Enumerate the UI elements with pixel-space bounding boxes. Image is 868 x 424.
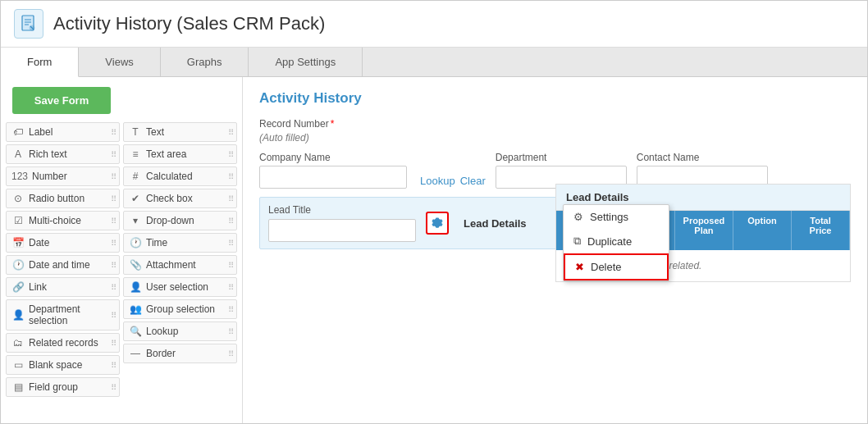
save-form-button[interactable]: Save Form xyxy=(12,87,111,114)
blank-icon: ▭ xyxy=(11,359,25,371)
drag-handle: ⠿ xyxy=(111,261,116,270)
tab-form[interactable]: Form xyxy=(1,48,79,77)
multi-choice-icon: ☑ xyxy=(11,215,25,226)
field-item-time[interactable]: 🕐 Time ⠿ xyxy=(123,233,237,253)
company-name-group: Company Name xyxy=(259,152,407,189)
number-icon: 123 xyxy=(11,171,28,182)
drag-handle: ⠿ xyxy=(111,311,116,320)
field-item-multi-choice[interactable]: ☑ Multi-choice ⠿ xyxy=(6,211,120,230)
label-icon: 🏷 xyxy=(11,126,25,138)
context-menu: ⚙ Settings ⧉ Duplicate ✖ Delete xyxy=(563,204,669,281)
drag-handle: ⠿ xyxy=(228,194,234,203)
duplicate-icon: ⧉ xyxy=(573,235,581,248)
record-number-label: Record Number* xyxy=(259,118,851,130)
textarea-icon: ≡ xyxy=(129,148,142,160)
dept-icon: 👤 xyxy=(11,309,25,321)
drag-handle: ⠿ xyxy=(111,361,116,370)
company-name-input[interactable] xyxy=(259,166,407,189)
time-icon: 🕐 xyxy=(129,237,142,248)
field-item-radio-button[interactable]: ⊙ Radio button ⠿ xyxy=(6,189,120,208)
rich-text-icon: A xyxy=(11,148,25,160)
date-icon: 📅 xyxy=(11,237,25,248)
tabs-bar: Form Views Graphs App Settings xyxy=(1,48,867,77)
menu-item-duplicate[interactable]: ⧉ Duplicate xyxy=(564,229,669,253)
field-item-date[interactable]: 📅 Date ⠿ xyxy=(6,233,120,253)
lookup-icon: 🔍 xyxy=(129,326,142,337)
required-star: * xyxy=(331,118,335,130)
text-icon: T xyxy=(129,126,142,138)
drag-handle: ⠿ xyxy=(228,172,234,181)
tab-app-settings[interactable]: App Settings xyxy=(249,48,363,76)
lookup-button[interactable]: Lookup xyxy=(420,175,455,187)
svg-point-4 xyxy=(30,25,34,30)
settings-icon: ⚙ xyxy=(573,211,583,223)
related-icon: 🗂 xyxy=(11,337,25,349)
field-item-dept-selection[interactable]: 👤 Department selection ⠿ xyxy=(6,299,120,331)
form-title: Activity History xyxy=(259,90,851,107)
field-item-checkbox[interactable]: ✔ Check box ⠿ xyxy=(123,189,237,208)
tab-views[interactable]: Views xyxy=(79,48,160,76)
lead-title-group: Lead Title xyxy=(268,204,416,242)
drag-handle: ⠿ xyxy=(111,150,116,159)
drag-handle: ⠿ xyxy=(228,261,234,270)
col-option: Option xyxy=(733,211,792,250)
drag-handle: ⠿ xyxy=(111,383,116,392)
attachment-icon: 📎 xyxy=(129,259,142,271)
field-item-group-selection[interactable]: 👥 Group selection ⠿ xyxy=(123,299,237,319)
field-item-link[interactable]: 🔗 Link ⠿ xyxy=(6,277,120,297)
field-col-1: 🏷 Label ⠿ A Rich text ⠿ 123 Number xyxy=(6,122,120,399)
fieldgroup-icon: ▤ xyxy=(11,381,25,393)
main-content: Save Form 🏷 Label ⠿ A Rich text ⠿ xyxy=(1,77,867,423)
lookup-clear-group: Lookup Clear xyxy=(420,175,486,187)
field-item-border[interactable]: — Border ⠿ xyxy=(123,344,237,363)
checkbox-icon: ✔ xyxy=(129,193,142,204)
drag-handle: ⠿ xyxy=(228,327,234,336)
drag-handle: ⠿ xyxy=(111,283,116,292)
field-item-user-selection[interactable]: 👤 User selection ⠿ xyxy=(123,277,237,297)
border-icon: — xyxy=(129,348,142,359)
clear-button[interactable]: Clear xyxy=(460,175,486,187)
group-icon: 👥 xyxy=(129,303,142,315)
drag-handle: ⠿ xyxy=(228,128,234,137)
app-header: Activity History (Sales CRM Pack) xyxy=(1,1,867,48)
field-item-blank-space[interactable]: ▭ Blank space ⠿ xyxy=(6,355,120,375)
link-icon: 🔗 xyxy=(11,281,25,293)
tab-graphs[interactable]: Graphs xyxy=(161,48,249,76)
field-item-rich-text[interactable]: A Rich text ⠿ xyxy=(6,144,120,164)
drag-handle: ⠿ xyxy=(228,150,234,159)
field-item-date-time[interactable]: 🕐 Date and time ⠿ xyxy=(6,255,120,275)
field-item-dropdown[interactable]: ▾ Drop-down ⠿ xyxy=(123,211,237,230)
menu-item-settings[interactable]: ⚙ Settings xyxy=(564,205,669,229)
lead-title-label: Lead Title xyxy=(268,204,416,216)
field-item-attachment[interactable]: 📎 Attachment ⠿ xyxy=(123,255,237,275)
page-title: Activity History (Sales CRM Pack) xyxy=(53,13,325,34)
drag-handle: ⠿ xyxy=(111,339,116,348)
gear-button[interactable] xyxy=(426,212,449,235)
drag-handle: ⠿ xyxy=(228,305,234,314)
col-total-price: Total Price xyxy=(792,211,850,250)
field-item-number[interactable]: 123 Number ⠿ xyxy=(6,166,120,186)
delete-icon: ✖ xyxy=(575,261,584,273)
field-item-label[interactable]: 🏷 Label ⠿ xyxy=(6,122,120,142)
field-item-field-group[interactable]: ▤ Field group ⠿ xyxy=(6,377,120,397)
field-item-lookup[interactable]: 🔍 Lookup ⠿ xyxy=(123,321,237,341)
drag-handle: ⠿ xyxy=(111,172,116,181)
drag-handle: ⠿ xyxy=(228,217,234,226)
field-item-related-records[interactable]: 🗂 Related records ⠿ xyxy=(6,333,120,353)
department-label: Department xyxy=(496,152,627,163)
menu-item-delete[interactable]: ✖ Delete xyxy=(564,253,669,280)
user-icon: 👤 xyxy=(129,281,142,293)
field-item-text-area[interactable]: ≡ Text area ⠿ xyxy=(123,144,237,164)
app-icon xyxy=(14,9,43,39)
field-columns: 🏷 Label ⠿ A Rich text ⠿ 123 Number xyxy=(6,122,237,399)
contact-name-label: Contact Name xyxy=(637,152,768,163)
field-item-calculated[interactable]: # Calculated ⠿ xyxy=(123,166,237,186)
lead-details-label: Lead Details xyxy=(464,217,527,230)
drag-handle: ⠿ xyxy=(111,128,116,137)
field-item-text[interactable]: T Text ⠿ xyxy=(123,122,237,142)
col-proposed-plan: Proposed Plan xyxy=(675,211,733,250)
app-wrapper: Activity History (Sales CRM Pack) Form V… xyxy=(0,0,868,424)
field-list: 🏷 Label ⠿ A Rich text ⠿ 123 Number xyxy=(1,122,242,399)
radio-icon: ⊙ xyxy=(11,193,25,204)
lead-title-input[interactable] xyxy=(268,219,416,242)
